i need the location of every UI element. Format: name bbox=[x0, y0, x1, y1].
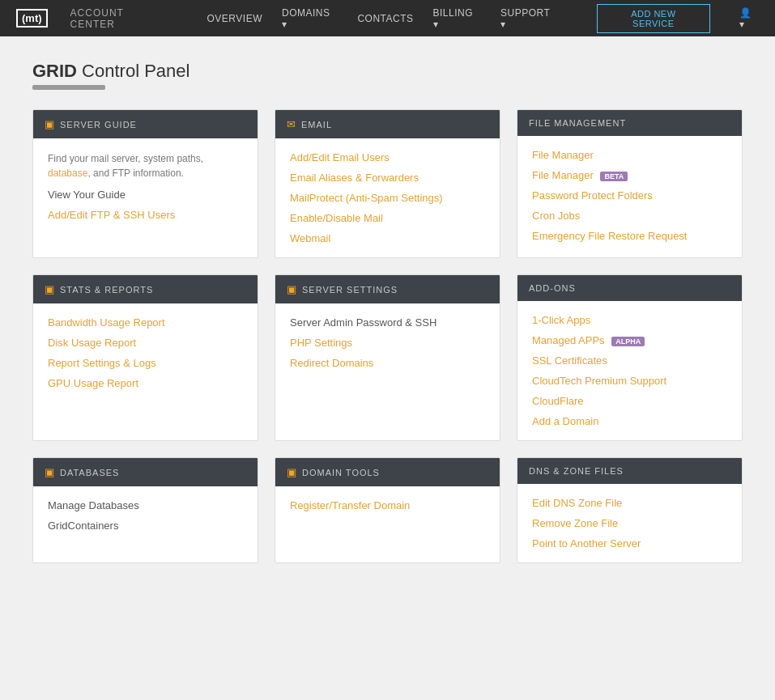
email-icon: ✉ bbox=[287, 118, 296, 130]
server-guide-header: ▣ SERVER GUIDE bbox=[33, 110, 258, 138]
server-guide-body: Find your mail server, system paths, dat… bbox=[33, 138, 258, 234]
cloudtech-support-link[interactable]: CloudTech Premium Support bbox=[532, 375, 727, 387]
nav-overview[interactable]: OVERVIEW bbox=[207, 13, 262, 24]
webmail-link[interactable]: Webmail bbox=[290, 232, 485, 244]
file-manager-beta-link[interactable]: File Manager BETA bbox=[532, 169, 727, 181]
nav-billing[interactable]: BILLING ▾ bbox=[433, 7, 481, 30]
nav-support[interactable]: SUPPORT ▾ bbox=[500, 7, 558, 30]
dashboard-grid: ▣ SERVER GUIDE Find your mail server, sy… bbox=[32, 109, 743, 563]
file-management-card: FILE MANAGEMENT File Manager File Manage… bbox=[517, 109, 743, 258]
user-menu[interactable]: 👤 ▾ bbox=[739, 7, 759, 30]
register-transfer-link[interactable]: Register/Transfer Domain bbox=[290, 499, 485, 511]
add-edit-email-link[interactable]: Add/Edit Email Users bbox=[290, 151, 485, 163]
server-settings-card: ▣ SERVER SETTINGS Server Admin Password … bbox=[275, 274, 500, 441]
remove-zone-link[interactable]: Remove Zone File bbox=[532, 517, 727, 529]
server-guide-icon: ▣ bbox=[45, 118, 55, 130]
dns-zone-header: DNS & ZONE FILES bbox=[517, 458, 742, 484]
server-settings-icon: ▣ bbox=[287, 283, 297, 295]
database-link[interactable]: database bbox=[48, 168, 87, 179]
databases-header: ▣ DATABASES bbox=[33, 458, 258, 486]
domain-tools-card: ▣ DOMAIN TOOLS Register/Transfer Domain bbox=[275, 457, 500, 563]
dns-zone-card: DNS & ZONE FILES Edit DNS Zone File Remo… bbox=[517, 457, 743, 563]
domain-tools-icon: ▣ bbox=[287, 466, 297, 478]
enable-disable-mail-link[interactable]: Enable/Disable Mail bbox=[290, 212, 485, 224]
password-protect-link[interactable]: Password Protect Folders bbox=[532, 189, 727, 202]
mailprotect-link[interactable]: MailProtect (Anti-Spam Settings) bbox=[290, 192, 485, 204]
email-header: ✉ EMAIL bbox=[275, 110, 500, 138]
navbar: (mt) ACCOUNT CENTER OVERVIEW DOMAINS ▾ C… bbox=[0, 0, 775, 36]
file-management-header: FILE MANAGEMENT bbox=[517, 110, 742, 136]
disk-usage-link[interactable]: Disk Usage Report bbox=[48, 337, 243, 349]
server-guide-card: ▣ SERVER GUIDE Find your mail server, sy… bbox=[32, 109, 258, 258]
file-manager-link[interactable]: File Manager bbox=[532, 149, 727, 161]
nav-contacts[interactable]: CONTACTS bbox=[357, 13, 413, 24]
stats-reports-body: Bandwidth Usage Report Disk Usage Report… bbox=[33, 303, 258, 402]
server-settings-body: Server Admin Password & SSH PHP Settings… bbox=[275, 303, 500, 382]
stats-reports-header: ▣ STATS & REPORTS bbox=[33, 275, 258, 303]
addons-header: ADD-ONS bbox=[517, 275, 742, 301]
email-card: ✉ EMAIL Add/Edit Email Users Email Alias… bbox=[275, 109, 500, 258]
edit-dns-zone-link[interactable]: Edit DNS Zone File bbox=[532, 497, 727, 509]
email-aliases-link[interactable]: Email Aliases & Forwarders bbox=[290, 172, 485, 184]
dns-zone-body: Edit DNS Zone File Remove Zone File Poin… bbox=[517, 484, 742, 562]
beta-badge: BETA bbox=[600, 172, 628, 181]
page-title: GRID Control Panel bbox=[32, 61, 743, 82]
server-settings-header: ▣ SERVER SETTINGS bbox=[275, 275, 500, 303]
logo-text: ACCOUNT CENTER bbox=[70, 7, 172, 30]
page-subtitle-bar bbox=[32, 85, 105, 90]
addons-card: ADD-ONS 1-Click Apps Managed APPs ALPHA … bbox=[517, 274, 743, 441]
stats-icon: ▣ bbox=[45, 283, 55, 295]
domain-tools-body: Register/Transfer Domain bbox=[275, 486, 500, 524]
add-new-service-button[interactable]: ADD NEW SERVICE bbox=[597, 4, 710, 33]
managed-apps-link[interactable]: Managed APPs ALPHA bbox=[532, 334, 727, 346]
one-click-apps-link[interactable]: 1-Click Apps bbox=[532, 314, 727, 326]
manage-databases-link[interactable]: Manage Databases bbox=[48, 499, 243, 511]
ssl-certificates-link[interactable]: SSL Certificates bbox=[532, 354, 727, 367]
point-another-server-link[interactable]: Point to Another Server bbox=[532, 537, 727, 549]
grid-containers-link[interactable]: GridContainers bbox=[48, 520, 243, 532]
cron-jobs-link[interactable]: Cron Jobs bbox=[532, 210, 727, 222]
alpha-badge: ALPHA bbox=[611, 337, 645, 346]
bandwidth-usage-link[interactable]: Bandwidth Usage Report bbox=[48, 316, 243, 329]
email-body: Add/Edit Email Users Email Aliases & For… bbox=[275, 138, 500, 257]
gpu-usage-link[interactable]: GPU Usage Report bbox=[48, 377, 243, 389]
add-edit-ftp-link[interactable]: Add/Edit FTP & SSH Users bbox=[48, 209, 243, 221]
addons-body: 1-Click Apps Managed APPs ALPHA SSL Cert… bbox=[517, 301, 742, 440]
view-guide-link[interactable]: View Your Guide bbox=[48, 189, 243, 201]
php-settings-link[interactable]: PHP Settings bbox=[290, 337, 485, 349]
stats-reports-card: ▣ STATS & REPORTS Bandwidth Usage Report… bbox=[32, 274, 258, 441]
nav-domains[interactable]: DOMAINS ▾ bbox=[282, 7, 338, 30]
file-management-body: File Manager File Manager BETA Password … bbox=[517, 136, 742, 255]
add-domain-link[interactable]: Add a Domain bbox=[532, 415, 727, 427]
databases-card: ▣ DATABASES Manage Databases GridContain… bbox=[32, 457, 258, 563]
databases-body: Manage Databases GridContainers bbox=[33, 486, 258, 545]
server-guide-desc: Find your mail server, system paths, dat… bbox=[48, 151, 243, 180]
main-content: GRID Control Panel ▣ SERVER GUIDE Find y… bbox=[0, 36, 775, 588]
redirect-domains-link[interactable]: Redirect Domains bbox=[290, 357, 485, 369]
domain-tools-header: ▣ DOMAIN TOOLS bbox=[275, 458, 500, 486]
server-admin-link[interactable]: Server Admin Password & SSH bbox=[290, 316, 485, 329]
cloudflare-link[interactable]: CloudFlare bbox=[532, 395, 727, 407]
report-settings-link[interactable]: Report Settings & Logs bbox=[48, 357, 243, 369]
logo-box: (mt) bbox=[16, 9, 48, 28]
emergency-restore-link[interactable]: Emergency File Restore Request bbox=[532, 230, 727, 242]
databases-icon: ▣ bbox=[45, 466, 55, 478]
